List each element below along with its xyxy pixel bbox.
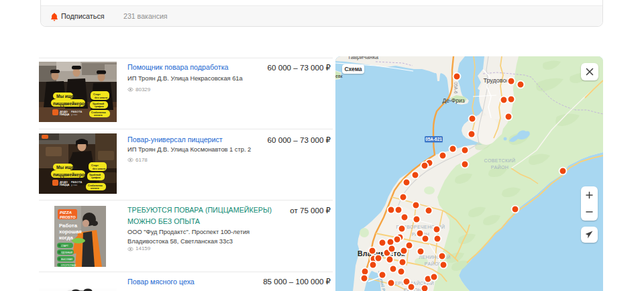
- svg-text:Мы ищем: Мы ищем: [56, 94, 77, 99]
- svg-text:УДОБНЫЙ: УДОБНЫЙ: [61, 251, 73, 254]
- svg-text:PROSTO: PROSTO: [60, 215, 76, 219]
- svg-text:PIZZA: PIZZA: [60, 210, 72, 215]
- svg-text:хорошая: хорошая: [59, 229, 82, 235]
- svg-text:ПИЦЦА: ПИЦЦА: [60, 113, 70, 116]
- svg-text:05А-6: 05А-6: [453, 82, 458, 94]
- svg-text:пиццамейкеров: пиццамейкеров: [53, 172, 87, 178]
- svg-text:у нас: у нас: [71, 183, 78, 186]
- svg-text:евк: евк: [335, 74, 343, 78]
- svg-text:Старт: Старт: [93, 93, 101, 96]
- svg-text:график: график: [91, 176, 101, 179]
- svg-text:Работа: Работа: [59, 223, 78, 229]
- svg-text:СОВЕТСКИЙ: СОВЕТСКИЙ: [484, 158, 516, 163]
- svg-text:у нас: у нас: [71, 113, 78, 116]
- svg-text:ПИЦЦА: ПИЦЦА: [60, 183, 70, 186]
- svg-text:оплата: оплата: [94, 114, 103, 117]
- svg-text:05А-621: 05А-621: [425, 137, 442, 141]
- svg-text:Де-Фриз: Де-Фриз: [442, 97, 464, 104]
- svg-text:Мы ищем: Мы ищем: [56, 165, 77, 170]
- svg-text:ВЫСОКАЯ: ВЫСОКАЯ: [61, 258, 73, 261]
- svg-text:Тавричанка: Тавричанка: [347, 56, 378, 60]
- svg-text:пиццамейкеров: пиццамейкеров: [53, 101, 87, 107]
- svg-text:без опыта: без опыта: [93, 168, 106, 170]
- svg-text:когда: когда: [59, 235, 73, 241]
- svg-text:Трудовое: Трудовое: [483, 77, 509, 84]
- svg-text:ОТСУТСТВИЕ: ОТСУТСТВИЕ: [61, 264, 76, 267]
- svg-text:РАЙОН: РАЙОН: [491, 164, 508, 170]
- svg-text:Старт: Старт: [91, 164, 99, 167]
- svg-text:оплата: оплата: [91, 187, 99, 190]
- svg-text:график: график: [95, 105, 104, 108]
- svg-text:без опыта: без опыта: [95, 97, 108, 99]
- svg-text:СТАРТ: СТАРТ: [61, 245, 68, 247]
